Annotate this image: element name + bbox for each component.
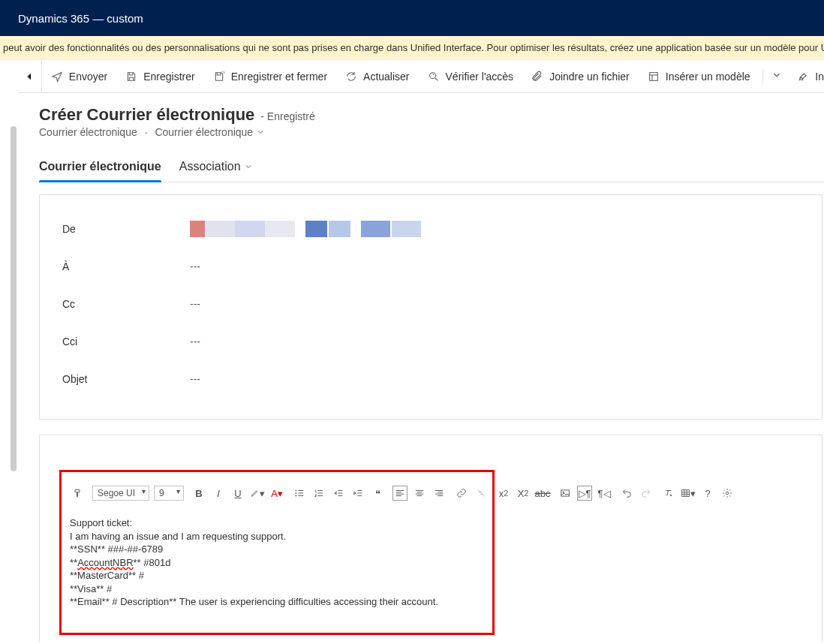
command-bar-more-chevron[interactable]	[765, 70, 788, 83]
subject-label: Objet	[62, 373, 190, 385]
font-size-select[interactable]: 9	[154, 486, 184, 501]
tab-email[interactable]: Courrier électronique	[39, 154, 161, 182]
blockquote-button[interactable]: ❝	[370, 486, 385, 501]
save-button[interactable]: Enregistrer	[116, 60, 203, 92]
form-tabs: Courrier électronique Association	[39, 154, 824, 182]
subject-field[interactable]: ---	[190, 373, 200, 385]
email-body-section: Segoe UI 9 B I U ▾ A▾	[39, 435, 822, 642]
to-label: À	[62, 260, 190, 272]
svg-point-3	[296, 492, 296, 493]
page-title: Créer Courrier électronique - Enregistré	[39, 105, 824, 125]
underline-button[interactable]: U	[230, 486, 245, 501]
indent-button[interactable]	[350, 486, 365, 501]
check-access-button[interactable]: Vérifier l'accès	[419, 60, 523, 92]
to-field[interactable]: ---	[190, 260, 200, 272]
insert-signature-button[interactable]: In	[788, 60, 824, 92]
align-center-button[interactable]	[412, 486, 427, 501]
redo-button[interactable]	[639, 486, 654, 501]
app-title: Dynamics 365 — custom	[18, 12, 143, 25]
refresh-button[interactable]: Actualiser	[336, 60, 418, 92]
font-color-button[interactable]: A▾	[269, 486, 284, 501]
back-button[interactable]	[18, 60, 42, 93]
undo-button[interactable]	[619, 486, 634, 501]
record-status: - Enregistré	[260, 110, 314, 122]
format-painter-icon[interactable]	[70, 486, 85, 501]
strikethrough-button[interactable]: abc	[535, 486, 550, 501]
cc-field[interactable]: ---	[190, 298, 200, 310]
remove-link-button[interactable]	[474, 486, 489, 501]
from-label: De	[62, 223, 190, 235]
svg-rect-7	[682, 490, 690, 497]
align-right-button[interactable]	[432, 486, 447, 501]
direction-rtl-button[interactable]: ¶◁	[597, 486, 612, 501]
chevron-down-icon	[256, 127, 265, 139]
help-button[interactable]: ?	[700, 486, 715, 501]
chevron-down-icon	[244, 161, 253, 174]
svg-rect-5	[561, 490, 570, 496]
svg-rect-1	[649, 72, 657, 80]
insert-table-button[interactable]: ▾	[681, 486, 696, 501]
vertical-scrollbar[interactable]	[0, 60, 18, 642]
email-body-editor[interactable]: Support ticket: I am having an issue and…	[70, 516, 792, 609]
command-bar: Envoyer Enregistrer Enregistrer et ferme…	[18, 60, 824, 93]
superscript-button[interactable]: x2	[496, 486, 511, 501]
bullet-list-button[interactable]	[292, 486, 307, 501]
rich-text-toolbar: Segoe UI 9 B I U ▾ A▾	[70, 480, 792, 506]
unified-interface-warning: peut avoir des fonctionnalités ou des pe…	[0, 36, 824, 60]
attach-file-button[interactable]: Joindre un fichier	[522, 60, 639, 92]
font-family-select[interactable]: Segoe UI	[92, 486, 149, 501]
app-top-bar: Dynamics 365 — custom	[0, 0, 824, 36]
align-left-button[interactable]	[392, 486, 407, 501]
from-field[interactable]	[190, 221, 421, 237]
insert-template-button[interactable]: Insérer un modèle	[639, 60, 759, 92]
cc-label: Cc	[62, 298, 190, 310]
italic-button[interactable]: I	[211, 486, 226, 501]
svg-point-8	[726, 492, 729, 495]
tab-association[interactable]: Association	[179, 154, 253, 182]
direction-ltr-button[interactable]: ▷¶	[577, 486, 592, 501]
svg-point-4	[296, 495, 296, 496]
insert-image-button[interactable]	[558, 486, 573, 501]
subscript-button[interactable]: X2	[516, 486, 531, 501]
bcc-field[interactable]: ---	[190, 336, 200, 348]
settings-gear-icon[interactable]	[720, 486, 735, 501]
bcc-label: Cci	[62, 336, 190, 348]
svg-point-0	[429, 72, 435, 78]
clear-formatting-button[interactable]	[661, 486, 676, 501]
insert-link-button[interactable]	[454, 486, 469, 501]
send-button[interactable]: Envoyer	[42, 60, 116, 92]
form-selector[interactable]: Courrier électronique · Courrier électro…	[39, 126, 824, 139]
scrollbar-thumb[interactable]	[11, 126, 17, 471]
email-header-section: De À --- Cc ---	[39, 194, 822, 420]
numbered-list-button[interactable]	[311, 486, 326, 501]
svg-point-2	[296, 490, 296, 491]
highlight-color-button[interactable]: ▾	[250, 486, 265, 501]
save-and-close-button[interactable]: Enregistrer et fermer	[204, 60, 336, 92]
command-bar-separator	[762, 69, 763, 84]
outdent-button[interactable]	[331, 486, 346, 501]
bold-button[interactable]: B	[191, 486, 206, 501]
redacted-from-content	[190, 221, 421, 237]
